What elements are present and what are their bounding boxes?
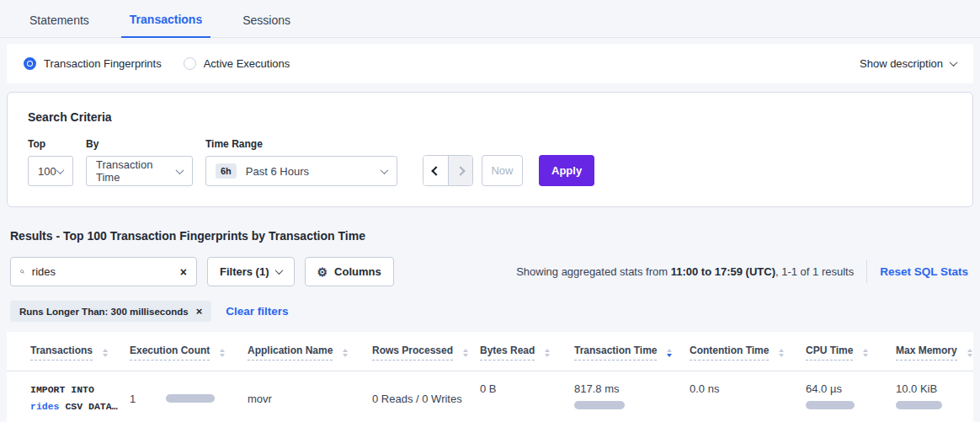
filters-button[interactable]: Filters (1) [207,257,295,286]
results-table: Transactions Execution Count Application… [7,332,973,422]
chevron-down-icon [56,166,65,174]
next-time-window-button[interactable] [448,156,472,185]
radio-label: Active Executions [204,57,290,70]
vertical-divider [866,260,867,283]
time-range-label: Time Range [205,138,397,150]
columns-label: Columns [334,265,381,278]
stats-summary: Showing aggregated stats from 11:00 to 1… [516,260,970,283]
radio-transaction-fingerprints[interactable]: Transaction Fingerprints [24,57,162,70]
transaction-time-bar [574,401,625,409]
search-box[interactable]: × [10,257,197,286]
by-select[interactable]: Transaction Time [86,156,193,186]
sort-icon[interactable] [343,349,348,357]
page-tabs: Statements Transactions Sessions [0,0,980,38]
transaction-time-cell: 817.8 ms [574,371,690,422]
execution-count-value: 1 [130,393,136,405]
search-criteria-card: Search Criteria Top 100 By Transaction T… [7,92,973,207]
view-toggle-bar: Transaction Fingerprints Active Executio… [7,44,973,83]
now-button[interactable]: Now [482,155,523,186]
time-range-field: Time Range 6h Past 6 Hours [205,138,397,186]
previous-time-window-button[interactable] [423,156,448,185]
execution-count-cell: 1 [130,371,248,422]
statement-line-1: IMPORT INTO [30,382,130,398]
sort-icon[interactable] [779,349,784,357]
reset-sql-stats-link[interactable]: Reset SQL Stats [880,265,970,278]
column-header-rows-processed[interactable]: Rows Processed [372,332,480,371]
column-header-bytes-read[interactable]: Bytes Read [480,332,574,371]
clear-filters-link[interactable]: Clear filters [226,305,288,318]
column-header-application-name[interactable]: Application Name [248,332,372,371]
column-header-contention-time[interactable]: Contention Time [690,332,806,371]
transaction-link[interactable]: rides [30,401,60,412]
column-header-transaction-time[interactable]: Transaction Time [574,332,690,371]
column-header-execution-count[interactable]: Execution Count [130,332,248,371]
search-input[interactable] [32,265,180,278]
apply-button[interactable]: Apply [539,155,594,186]
bytes-read-cell: 0 B [480,371,574,422]
execution-count-bar [166,394,215,403]
stats-prefix: Showing aggregated stats from [516,265,668,278]
top-field: Top 100 [28,138,73,186]
columns-button[interactable]: ⚙ Columns [305,257,394,286]
top-label: Top [28,138,73,150]
time-window-stepper [423,155,473,186]
filters-label: Filters (1) [220,265,269,278]
rows-processed-value: 0 Reads / 0 Writes [372,393,462,405]
contention-time-cell: 0.0 ns [690,371,806,422]
sort-icon-active-desc[interactable] [667,349,672,357]
sort-icon[interactable] [967,349,972,357]
results-toolbar: × Filters (1) ⚙ Columns Showing aggregat… [10,257,970,286]
show-description-label: Show description [860,57,943,70]
table-row: IMPORT INTO rides CSV DATA… 1 movr 0 Rea… [7,371,973,422]
sort-icon[interactable] [463,349,468,357]
chevron-right-icon [455,166,465,175]
clear-search-icon[interactable]: × [180,266,187,278]
cpu-time-bar [806,401,855,409]
tab-transactions[interactable]: Transactions [121,13,210,38]
sort-icon[interactable] [863,349,868,357]
column-header-cpu-time[interactable]: CPU Time [806,332,896,371]
cpu-time-value: 64.0 µs [806,382,896,395]
stats-suffix: , 1-1 of 1 results [775,265,854,278]
tab-statements[interactable]: Statements [21,13,98,37]
chevron-down-icon [274,266,283,275]
radio-label: Transaction Fingerprints [44,57,162,70]
column-header-max-memory[interactable]: Max Memory [896,332,973,371]
remove-filter-icon[interactable]: × [196,306,203,317]
sort-icon[interactable] [220,349,225,357]
radio-selected-icon [24,57,36,70]
application-name-cell: movr [248,371,372,422]
rows-processed-cell: 0 Reads / 0 Writes [372,371,480,422]
by-select-value: Transaction Time [96,158,177,184]
time-range-select[interactable]: 6h Past 6 Hours [205,156,397,186]
by-field: By Transaction Time [86,138,193,186]
max-memory-cell: 10.0 KiB [896,371,973,422]
tab-sessions[interactable]: Sessions [234,13,299,37]
column-header-transactions[interactable]: Transactions [30,332,130,371]
bytes-read-value: 0 B [480,382,497,395]
radio-unselected-icon [184,57,196,70]
sort-icon[interactable] [103,349,108,357]
stats-time-range: 11:00 to 17:59 (UTC) [671,265,775,278]
filter-tag: Runs Longer Than: 300 milliseconds × [10,301,211,322]
gear-icon: ⚙ [317,266,328,278]
show-description-toggle[interactable]: Show description [860,57,956,70]
time-range-value: Past 6 Hours [246,165,381,178]
contention-time-value: 0.0 ns [690,382,719,395]
chevron-left-icon [431,166,440,175]
search-criteria-title: Search Criteria [28,110,952,124]
top-select-value: 100 [38,165,56,178]
by-label: By [86,138,193,150]
top-select[interactable]: 100 [28,156,73,186]
sort-icon[interactable] [545,349,550,357]
max-memory-value: 10.0 KiB [896,382,973,395]
cpu-time-cell: 64.0 µs [806,371,896,422]
application-name-value: movr [248,393,272,405]
chevron-down-icon [381,166,389,174]
active-filters-row: Runs Longer Than: 300 milliseconds × Cle… [10,301,970,322]
radio-active-executions[interactable]: Active Executions [184,57,290,70]
results-title: Results - Top 100 Transaction Fingerprin… [10,229,970,243]
filter-tag-label: Runs Longer Than: 300 milliseconds [19,307,189,317]
table-header-row: Transactions Execution Count Application… [7,332,973,371]
max-memory-bar [896,401,942,409]
